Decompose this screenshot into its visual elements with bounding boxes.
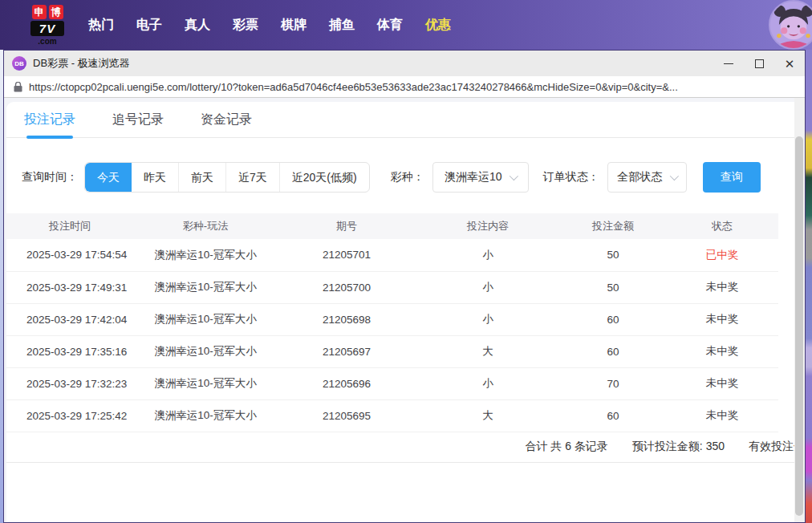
tab-bar: 投注记录 追号记录 资金记录 xyxy=(6,102,805,138)
header-bet-time: 投注时间 xyxy=(6,213,133,239)
time-option-today[interactable]: 今天 xyxy=(85,163,132,192)
url-text: https://ctopcp02pcali.uengi5e.com/lotter… xyxy=(29,81,678,93)
cell-game-play: 澳洲幸运10-冠军大小 xyxy=(133,303,278,335)
chevron-down-icon xyxy=(670,172,679,180)
nav-item-fishing[interactable]: 捕鱼 xyxy=(329,17,355,34)
nav-item-lottery[interactable]: 彩票 xyxy=(233,17,258,34)
site-logo[interactable]: 申 博 7V .com xyxy=(30,5,64,45)
query-button[interactable]: 查询 xyxy=(703,162,761,193)
cell-bet-content: 大 xyxy=(416,335,560,367)
cell-bet-content: 小 xyxy=(416,303,560,335)
header-issue: 期号 xyxy=(278,213,416,239)
main-nav: 热门 电子 真人 彩票 棋牌 捕鱼 体育 优惠 xyxy=(88,17,451,34)
cell-bet-time: 2025-03-29 17:42:04 xyxy=(6,303,133,335)
table-row: 2025-03-29 17:35:16 澳洲幸运10-冠军大小 21205697… xyxy=(6,335,778,367)
time-filter-group: 今天 昨天 前天 近7天 近20天(低频) xyxy=(84,162,370,193)
logo-char-bo: 博 xyxy=(49,5,63,19)
table-row: 2025-03-29 17:42:04 澳洲幸运10-冠军大小 21205698… xyxy=(6,303,778,335)
nav-item-slots[interactable]: 电子 xyxy=(136,17,162,34)
nav-item-live[interactable]: 真人 xyxy=(185,17,210,34)
chevron-down-icon xyxy=(510,172,518,180)
window-controls: ✕ xyxy=(713,51,805,76)
time-option-20days[interactable]: 近20天(低频) xyxy=(279,163,369,192)
maximize-button[interactable] xyxy=(744,51,774,76)
order-status-label: 订单状态： xyxy=(543,170,599,184)
cell-game-play: 澳洲幸运10-冠军大小 xyxy=(133,271,278,303)
browser-window: DB DB彩票 - 极速浏览器 ✕ https://ctopcp02pcali.… xyxy=(3,50,806,523)
avatar-illustration xyxy=(770,2,812,48)
header-status: 状态 xyxy=(666,213,778,239)
table-header-row: 投注时间 彩种-玩法 期号 投注内容 投注金额 状态 xyxy=(6,213,778,239)
lock-icon xyxy=(14,82,22,92)
browser-favicon: DB xyxy=(12,56,26,71)
lottery-type-label: 彩种： xyxy=(391,170,424,184)
status-badge: 未中奖 xyxy=(666,335,778,367)
cell-bet-content: 大 xyxy=(416,399,560,432)
logo-com: .com xyxy=(38,38,56,45)
status-badge: 未中奖 xyxy=(666,367,778,399)
scrollbar[interactable] xyxy=(794,98,805,522)
nav-item-cards[interactable]: 棋牌 xyxy=(281,17,307,34)
tab-bet-records[interactable]: 投注记录 xyxy=(24,102,75,137)
cell-bet-time: 2025-03-29 17:25:42 xyxy=(6,399,133,432)
close-icon: ✕ xyxy=(785,58,795,70)
summary-bar: 合计 共 6 条记录 预计投注金额: 350 有效投注金 xyxy=(6,432,805,463)
cell-issue: 21205696 xyxy=(278,367,416,399)
table-row: 2025-03-29 17:54:54 澳洲幸运10-冠军大小 21205701… xyxy=(6,239,778,271)
close-button[interactable]: ✕ xyxy=(774,51,805,76)
cell-issue: 21205695 xyxy=(278,399,416,432)
nav-item-promo[interactable]: 优惠 xyxy=(425,17,451,34)
cell-bet-content: 小 xyxy=(416,239,560,271)
time-filter-label: 查询时间： xyxy=(22,170,78,184)
cell-game-play: 澳洲幸运10-冠军大小 xyxy=(133,239,278,271)
content-card: 投注记录 追号记录 资金记录 查询时间： 今天 昨天 前天 近7天 近20天(低… xyxy=(6,102,805,522)
minimize-button[interactable] xyxy=(713,51,744,76)
cell-bet-amount: 60 xyxy=(560,399,666,432)
background-strip-right xyxy=(806,50,812,523)
page-content: 投注记录 追号记录 资金记录 查询时间： 今天 昨天 前天 近7天 近20天(低… xyxy=(4,98,805,522)
minimize-icon xyxy=(724,63,733,64)
scrollbar-thumb[interactable] xyxy=(795,136,803,516)
status-badge: 未中奖 xyxy=(666,399,778,432)
nav-item-hot[interactable]: 热门 xyxy=(88,17,114,34)
time-option-yesterday[interactable]: 昨天 xyxy=(132,163,178,192)
lottery-type-select[interactable]: 澳洲幸运10 xyxy=(432,162,529,193)
tab-fund-records[interactable]: 资金记录 xyxy=(201,102,252,137)
header-bet-amount: 投注金额 xyxy=(560,213,666,239)
maximize-icon xyxy=(755,59,764,68)
summary-expected-amount: 预计投注金额: 350 xyxy=(632,440,725,454)
cell-bet-amount: 50 xyxy=(560,271,666,303)
filter-bar: 查询时间： 今天 昨天 前天 近7天 近20天(低频) 彩种： 澳洲幸运10 订… xyxy=(6,162,805,193)
url-bar[interactable]: https://ctopcp02pcali.uengi5e.com/lotter… xyxy=(4,76,805,98)
nav-item-sports[interactable]: 体育 xyxy=(377,17,403,34)
cell-issue: 21205697 xyxy=(278,335,416,367)
time-option-7days[interactable]: 近7天 xyxy=(225,163,279,192)
tab-chase-records[interactable]: 追号记录 xyxy=(112,102,164,137)
cell-bet-time: 2025-03-29 17:32:23 xyxy=(6,367,133,399)
cell-issue: 21205698 xyxy=(278,303,416,335)
lottery-type-value: 澳洲幸运10 xyxy=(445,170,502,184)
status-badge: 已中奖 xyxy=(666,239,778,271)
logo-squares: 申 博 xyxy=(32,5,63,19)
time-option-day-before[interactable]: 前天 xyxy=(178,163,225,192)
header-game-play: 彩种-玩法 xyxy=(133,213,278,239)
header-bet-content: 投注内容 xyxy=(416,213,560,239)
table-row: 2025-03-29 17:32:23 澳洲幸运10-冠军大小 21205696… xyxy=(6,367,778,399)
status-badge: 未中奖 xyxy=(666,303,778,335)
order-status-select[interactable]: 全部状态 xyxy=(607,162,687,193)
window-title-bar: DB DB彩票 - 极速浏览器 ✕ xyxy=(4,51,805,76)
app-header: 申 博 7V .com 热门 电子 真人 彩票 棋牌 捕鱼 体育 优惠 xyxy=(0,0,812,50)
user-avatar[interactable] xyxy=(769,0,812,50)
cell-bet-amount: 60 xyxy=(560,303,666,335)
table-row: 2025-03-29 17:49:31 澳洲幸运10-冠军大小 21205700… xyxy=(6,271,778,303)
records-table: 投注时间 彩种-玩法 期号 投注内容 投注金额 状态 2025-03-29 17… xyxy=(6,213,778,432)
status-badge: 未中奖 xyxy=(666,271,778,303)
cell-bet-content: 小 xyxy=(416,367,560,399)
cell-bet-content: 小 xyxy=(416,271,560,303)
cell-bet-amount: 60 xyxy=(560,335,666,367)
cell-issue: 21205701 xyxy=(278,239,416,271)
cell-bet-time: 2025-03-29 17:49:31 xyxy=(6,271,133,303)
cell-game-play: 澳洲幸运10-冠军大小 xyxy=(133,367,278,399)
cell-bet-amount: 70 xyxy=(560,367,666,399)
window-title: DB彩票 - 极速浏览器 xyxy=(33,56,713,71)
